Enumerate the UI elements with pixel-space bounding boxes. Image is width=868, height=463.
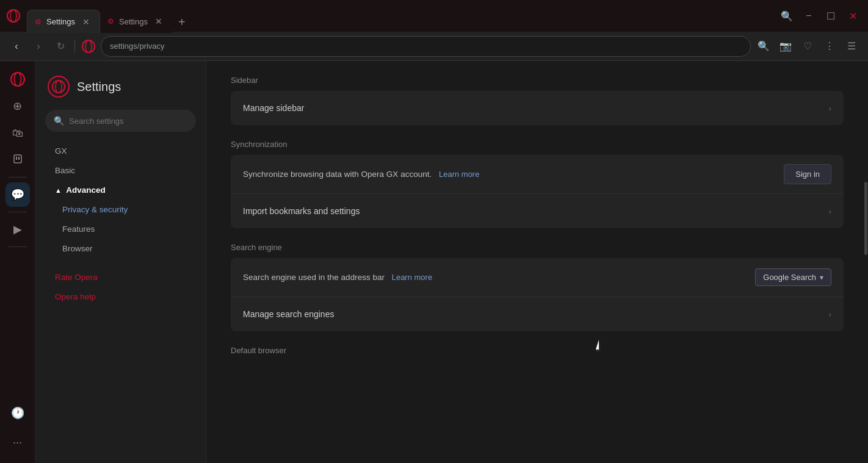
title-bar-actions: 🔍 − ☐ ✕ [776,5,868,26]
search-settings-bar[interactable]: 🔍 [45,110,196,132]
manage-sidebar-arrow: › [829,104,831,113]
forward-button[interactable]: › [29,37,48,56]
settings-header: Settings [35,71,206,110]
sync-row: Synchronize browsing data with Opera GX … [231,155,844,194]
manage-search-label: Manage search engines [243,309,829,319]
tab-close-2[interactable]: ✕ [153,15,165,27]
menu-icon[interactable]: ☰ [842,37,861,56]
minimize-btn[interactable]: − [798,5,819,26]
settings-title: Settings [77,80,121,94]
nav-item-rate-opera[interactable]: Rate Opera [40,268,201,287]
search-engine-dropdown[interactable]: Google Search ▾ [755,268,831,286]
nav-item-opera-help[interactable]: Opera help [40,287,201,306]
manage-search-arrow: › [829,310,831,319]
nav-item-privacy[interactable]: Privacy & security [40,200,201,219]
search-engine-text: Search engine used in the address bar Le… [243,273,755,282]
manage-sidebar-label: Manage sidebar [243,103,829,113]
shield-sidebar-icon[interactable]: ⊕ [5,94,30,118]
play-sidebar-icon[interactable]: ▶ [5,217,30,242]
manage-sidebar-row[interactable]: Manage sidebar › [231,91,844,125]
tab-label-2: Settings [119,17,148,26]
tab-label-1: Settings [46,17,75,26]
default-browser-section-title: Default browser [231,346,844,355]
settings-sidebar: Settings 🔍 GX Basic ▲ Advanced Privacy &… [35,61,206,463]
nav-separator [74,40,75,52]
sync-card: Synchronize browsing data with Opera GX … [231,155,844,228]
search-engine-learn-more[interactable]: Learn more [392,273,432,282]
search-engine-section-title: Search engine [231,243,844,252]
manage-search-row[interactable]: Manage search engines › [231,297,844,331]
sign-in-button[interactable]: Sign in [784,164,831,184]
svg-point-5 [14,73,21,86]
scrollbar-track[interactable] [863,61,868,463]
settings-icon-2: ⚙ [107,17,114,26]
search-engine-value: Google Search [763,273,816,282]
tab-close-1[interactable]: ✕ [80,16,92,28]
heart-icon[interactable]: ♡ [798,37,817,56]
url-text: settings/privacy [110,41,165,51]
svg-point-4 [11,73,24,86]
opera-logo-sidebar[interactable] [5,67,30,92]
bag-sidebar-icon[interactable]: 🛍 [5,121,30,145]
import-label: Import bookmarks and settings [243,206,829,216]
sidebar-card: Manage sidebar › [231,91,844,125]
sync-text: Synchronize browsing data with Opera GX … [243,170,784,179]
more-options-icon[interactable]: ⋮ [820,37,839,56]
new-tab-button[interactable]: + [172,13,192,32]
maximize-btn[interactable]: ☐ [820,5,841,26]
svg-point-0 [7,10,20,22]
main-area: ⊕ 🛍 💬 ▶ 🕐 ··· Settings [0,61,868,463]
opera-logo-title [2,5,24,27]
scrollbar-thumb[interactable] [864,182,867,255]
import-arrow: › [829,207,831,216]
sync-section-title: Synchronization [231,140,844,149]
sidebar-icons: ⊕ 🛍 💬 ▶ 🕐 ··· [0,61,35,463]
refresh-button[interactable]: ↻ [51,37,70,56]
svg-point-3 [85,40,92,52]
sync-learn-more[interactable]: Learn more [439,170,479,179]
nav-item-basic[interactable]: Basic [40,161,201,180]
nav-item-browser[interactable]: Browser [40,239,201,258]
browser-search-icon[interactable]: 🔍 [754,37,773,56]
settings-icon-1: ⚙ [35,18,42,26]
svg-rect-7 [16,157,17,160]
svg-rect-6 [14,155,21,163]
clock-sidebar-icon[interactable]: 🕐 [5,401,30,425]
svg-rect-8 [18,157,20,160]
svg-point-9 [52,81,65,93]
nav-item-advanced[interactable]: ▲ Advanced [40,181,201,199]
tab-settings-2[interactable]: ⚙ Settings ✕ [100,10,172,33]
camera-icon[interactable]: 📷 [776,37,795,56]
toolbar-right: 🔍 📷 ♡ ⋮ ☰ [754,37,861,56]
import-row[interactable]: Import bookmarks and settings › [231,194,844,228]
back-button[interactable]: ‹ [7,37,26,56]
messenger-sidebar-icon[interactable]: 💬 [5,182,30,207]
opera-browser-icon [80,38,97,55]
title-bar: ⚙ Settings ✕ ⚙ Settings ✕ + 🔍 − ☐ ✕ [0,0,868,32]
settings-content: Sidebar Manage sidebar › Synchronization… [206,61,868,463]
svg-point-2 [82,40,95,52]
sidebar-separator-1 [9,177,27,178]
dropdown-arrow-icon: ▾ [820,273,823,282]
search-engine-card: Search engine used in the address bar Le… [231,258,844,331]
sidebar-separator-3 [9,246,27,247]
more-sidebar-icon[interactable]: ··· [5,430,30,454]
sidebar-separator-2 [9,212,27,212]
address-bar[interactable]: settings/privacy [101,36,751,57]
search-settings-input[interactable] [69,117,187,126]
close-btn[interactable]: ✕ [842,5,863,26]
tabs-area: ⚙ Settings ✕ ⚙ Settings ✕ + [27,0,776,32]
nav-item-features[interactable]: Features [40,220,201,239]
search-settings-icon: 🔍 [54,116,64,126]
svg-point-1 [10,10,16,22]
collapse-icon: ▲ [55,187,62,194]
settings-logo [48,76,70,98]
svg-point-10 [56,81,62,93]
search-title-btn[interactable]: 🔍 [776,5,797,26]
tab-settings-1[interactable]: ⚙ Settings ✕ [27,10,100,33]
sidebar-section-title: Sidebar [231,76,844,85]
browser-toolbar: ‹ › ↻ settings/privacy 🔍 📷 ♡ ⋮ ☰ [0,32,868,61]
search-engine-row: Search engine used in the address bar Le… [231,258,844,297]
twitch-sidebar-icon[interactable] [5,148,30,172]
nav-item-gx[interactable]: GX [40,142,201,160]
